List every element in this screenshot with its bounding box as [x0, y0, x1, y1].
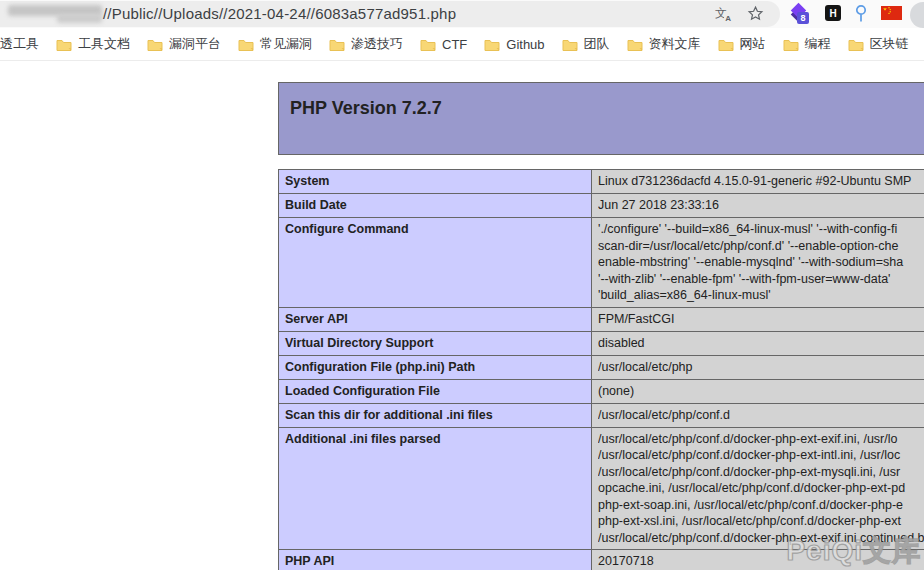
info-row: Virtual Directory Supportdisabled [279, 331, 924, 355]
info-row: Loaded Configuration File(none) [279, 379, 924, 403]
info-label: Server API [279, 307, 592, 331]
page-title: PHP Version 7.2.7 [279, 83, 924, 119]
bookmarks-bar: 透工具工具文档漏洞平台常见漏洞渗透技巧CTFGithub团队资料文库网站编程区块… [0, 28, 924, 61]
bookmark-label: 工具文档 [78, 35, 130, 53]
bookmark-item[interactable]: 常见漏洞 [238, 35, 312, 53]
info-label: PHP API [279, 550, 592, 570]
bookmark-item[interactable]: 漏洞平台 [147, 35, 221, 53]
bookmark-item[interactable]: 渗透技巧 [329, 35, 403, 53]
bookmark-label: 编程 [805, 35, 831, 53]
info-value: Linux d731236dacfd 4.15.0-91-generic #92… [592, 170, 924, 194]
bookmark-star-icon[interactable] [746, 4, 764, 22]
info-value: disabled [592, 331, 924, 355]
bookmark-item[interactable]: CTF [420, 37, 467, 52]
folder-icon [627, 38, 643, 51]
info-row: Scan this dir for additional .ini files/… [279, 403, 924, 427]
bookmark-label: 区块链 [870, 35, 909, 53]
purple-stack-extension-icon[interactable]: 8 [789, 3, 809, 24]
folder-icon [56, 38, 72, 51]
info-label: Scan this dir for additional .ini files [279, 403, 592, 427]
bookmark-label: 透工具 [0, 35, 39, 53]
profile-avatar[interactable] [910, 2, 924, 28]
info-value: Jun 27 2018 23:33:16 [592, 194, 924, 218]
bookmark-item[interactable]: 工具文档 [56, 35, 130, 53]
info-row: SystemLinux d731236dacfd 4.15.0-91-gener… [279, 170, 924, 194]
folder-icon [238, 38, 254, 51]
info-label: Virtual Directory Support [279, 331, 592, 355]
bookmark-item[interactable]: 编程 [783, 35, 831, 53]
folder-icon [329, 38, 345, 51]
address-bar[interactable]: //Public//Uploads//2021-04-24//6083a577a… [0, 1, 780, 27]
info-value: './configure' '--build=x86_64-linux-musl… [592, 218, 924, 308]
info-label: Configure Command [279, 218, 592, 308]
phpinfo-table: SystemLinux d731236dacfd 4.15.0-91-gener… [278, 169, 924, 570]
redacted-url-blur [57, 14, 102, 23]
bookmark-item[interactable]: Github [484, 37, 544, 52]
bookmark-label: 渗透技巧 [351, 35, 403, 53]
info-row: Server APIFPM/FastCGI [279, 307, 924, 331]
url-text[interactable]: //Public//Uploads//2021-04-24//6083a577a… [103, 5, 456, 22]
bookmark-label: 常见漏洞 [260, 35, 312, 53]
folder-icon [562, 38, 578, 51]
info-label: Build Date [279, 194, 592, 218]
info-row: Configure Command'./configure' '--build=… [279, 218, 924, 308]
browser-toolbar: //Public//Uploads//2021-04-24//6083a577a… [0, 0, 924, 28]
bookmark-item[interactable]: 网站 [718, 35, 766, 53]
folder-icon [783, 38, 799, 51]
info-value: FPM/FastCGI [592, 307, 924, 331]
info-value: /usr/local/etc/php [592, 355, 924, 379]
bookmark-label: CTF [442, 37, 467, 52]
bookmark-label: 资料文库 [649, 35, 701, 53]
folder-icon [848, 38, 864, 51]
folder-icon [718, 38, 734, 51]
h-extension-icon[interactable]: H [825, 5, 841, 21]
info-value: /usr/local/etc/php/conf.d [592, 403, 924, 427]
bookmark-item[interactable]: 团队 [562, 35, 610, 53]
extension-badge: 8 [797, 12, 809, 24]
info-value: (none) [592, 379, 924, 403]
pin-extension-icon[interactable] [854, 4, 868, 23]
bookmark-item[interactable]: 区块链 [848, 35, 909, 53]
info-label: Configuration File (php.ini) Path [279, 355, 592, 379]
folder-icon [484, 38, 500, 51]
bookmark-item[interactable]: 透工具 [0, 35, 39, 53]
info-label: Loaded Configuration File [279, 379, 592, 403]
info-row: Build DateJun 27 2018 23:33:16 [279, 194, 924, 218]
bookmark-item[interactable]: 资料文库 [627, 35, 701, 53]
china-flag-extension-icon[interactable] [881, 6, 902, 20]
phpinfo-header: PHP Version 7.2.7 [278, 82, 924, 155]
info-row: Configuration File (php.ini) Path/usr/lo… [279, 355, 924, 379]
bookmark-label: Github [506, 37, 544, 52]
info-label: System [279, 170, 592, 194]
info-label: Additional .ini files parsed [279, 427, 592, 550]
bookmark-label: 团队 [584, 35, 610, 53]
translate-icon[interactable]: 文 A [712, 5, 730, 22]
folder-icon [147, 38, 163, 51]
watermark: PeiQi文库 [786, 532, 921, 570]
folder-icon [420, 38, 436, 51]
bookmark-label: 漏洞平台 [169, 35, 221, 53]
bookmark-label: 网站 [740, 35, 766, 53]
